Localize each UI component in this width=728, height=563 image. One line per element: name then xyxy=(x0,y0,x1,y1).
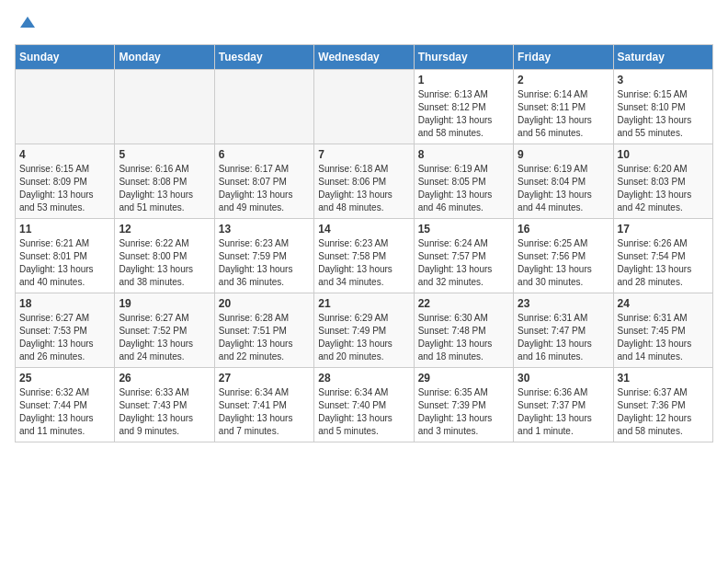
calendar-cell: 22Sunrise: 6:30 AM Sunset: 7:48 PM Dayli… xyxy=(414,293,513,368)
calendar-cell: 7Sunrise: 6:18 AM Sunset: 8:06 PM Daylig… xyxy=(314,144,414,219)
calendar-week-row: 4Sunrise: 6:15 AM Sunset: 8:09 PM Daylig… xyxy=(16,144,713,219)
day-info: Sunrise: 6:32 AM Sunset: 7:44 PM Dayligh… xyxy=(19,386,110,438)
calendar-cell: 1Sunrise: 6:13 AM Sunset: 8:12 PM Daylig… xyxy=(414,70,513,144)
calendar-header-row: SundayMondayTuesdayWednesdayThursdayFrid… xyxy=(16,45,713,70)
calendar-cell: 17Sunrise: 6:26 AM Sunset: 7:54 PM Dayli… xyxy=(613,219,712,293)
day-number: 6 xyxy=(219,148,310,161)
logo-icon xyxy=(18,15,37,33)
day-of-week-header: Saturday xyxy=(613,45,712,70)
calendar-cell: 18Sunrise: 6:27 AM Sunset: 7:53 PM Dayli… xyxy=(16,293,115,368)
calendar-cell: 9Sunrise: 6:19 AM Sunset: 8:04 PM Daylig… xyxy=(514,144,613,219)
calendar-cell: 28Sunrise: 6:34 AM Sunset: 7:40 PM Dayli… xyxy=(314,368,414,442)
calendar-cell: 29Sunrise: 6:35 AM Sunset: 7:39 PM Dayli… xyxy=(414,368,513,442)
calendar-cell: 4Sunrise: 6:15 AM Sunset: 8:09 PM Daylig… xyxy=(16,144,115,219)
calendar-cell: 5Sunrise: 6:16 AM Sunset: 8:08 PM Daylig… xyxy=(115,144,214,219)
calendar-cell: 21Sunrise: 6:29 AM Sunset: 7:49 PM Dayli… xyxy=(314,293,414,368)
day-number: 20 xyxy=(219,297,310,310)
calendar-cell: 31Sunrise: 6:37 AM Sunset: 7:36 PM Dayli… xyxy=(613,368,712,442)
day-info: Sunrise: 6:18 AM Sunset: 8:06 PM Dayligh… xyxy=(318,163,409,214)
day-number: 7 xyxy=(318,148,409,161)
day-info: Sunrise: 6:37 AM Sunset: 7:36 PM Dayligh… xyxy=(618,386,709,438)
day-number: 2 xyxy=(518,74,609,86)
day-number: 17 xyxy=(618,223,709,236)
day-number: 22 xyxy=(418,297,509,310)
day-number: 19 xyxy=(119,297,210,310)
day-info: Sunrise: 6:28 AM Sunset: 7:51 PM Dayligh… xyxy=(219,312,310,363)
day-number: 23 xyxy=(518,297,609,310)
calendar-table: SundayMondayTuesdayWednesdayThursdayFrid… xyxy=(15,44,713,442)
svg-marker-0 xyxy=(20,17,35,28)
day-number: 24 xyxy=(618,297,709,310)
day-number: 25 xyxy=(19,372,110,385)
day-info: Sunrise: 6:27 AM Sunset: 7:52 PM Dayligh… xyxy=(119,312,210,363)
calendar-cell: 26Sunrise: 6:33 AM Sunset: 7:43 PM Dayli… xyxy=(115,368,214,442)
day-info: Sunrise: 6:33 AM Sunset: 7:43 PM Dayligh… xyxy=(119,386,210,438)
day-number: 30 xyxy=(518,372,609,385)
day-info: Sunrise: 6:23 AM Sunset: 7:59 PM Dayligh… xyxy=(219,237,310,289)
day-number: 9 xyxy=(518,148,609,161)
day-info: Sunrise: 6:27 AM Sunset: 7:53 PM Dayligh… xyxy=(19,312,110,363)
day-info: Sunrise: 6:19 AM Sunset: 8:04 PM Dayligh… xyxy=(518,163,609,214)
calendar-cell: 27Sunrise: 6:34 AM Sunset: 7:41 PM Dayli… xyxy=(214,368,313,442)
day-info: Sunrise: 6:22 AM Sunset: 8:00 PM Dayligh… xyxy=(119,237,210,289)
calendar-cell xyxy=(214,70,313,144)
day-number: 13 xyxy=(219,223,310,236)
calendar-week-row: 11Sunrise: 6:21 AM Sunset: 8:01 PM Dayli… xyxy=(16,219,713,293)
calendar-week-row: 18Sunrise: 6:27 AM Sunset: 7:53 PM Dayli… xyxy=(16,293,713,368)
day-info: Sunrise: 6:35 AM Sunset: 7:39 PM Dayligh… xyxy=(418,386,509,438)
day-info: Sunrise: 6:31 AM Sunset: 7:47 PM Dayligh… xyxy=(518,312,609,363)
calendar-cell: 14Sunrise: 6:23 AM Sunset: 7:58 PM Dayli… xyxy=(314,219,414,293)
day-number: 14 xyxy=(318,223,409,236)
calendar-week-row: 1Sunrise: 6:13 AM Sunset: 8:12 PM Daylig… xyxy=(16,70,713,144)
day-number: 8 xyxy=(418,148,509,161)
day-info: Sunrise: 6:24 AM Sunset: 7:57 PM Dayligh… xyxy=(418,237,509,289)
calendar-cell xyxy=(16,70,115,144)
day-info: Sunrise: 6:13 AM Sunset: 8:12 PM Dayligh… xyxy=(418,88,509,140)
calendar-cell: 11Sunrise: 6:21 AM Sunset: 8:01 PM Dayli… xyxy=(16,219,115,293)
day-info: Sunrise: 6:25 AM Sunset: 7:56 PM Dayligh… xyxy=(518,237,609,289)
day-number: 18 xyxy=(19,297,110,310)
day-number: 12 xyxy=(119,223,210,236)
day-number: 3 xyxy=(618,74,709,86)
day-info: Sunrise: 6:20 AM Sunset: 8:03 PM Dayligh… xyxy=(618,163,709,214)
day-number: 1 xyxy=(418,74,509,86)
calendar-cell: 16Sunrise: 6:25 AM Sunset: 7:56 PM Dayli… xyxy=(514,219,613,293)
day-of-week-header: Tuesday xyxy=(214,45,313,70)
day-number: 29 xyxy=(418,372,509,385)
day-info: Sunrise: 6:16 AM Sunset: 8:08 PM Dayligh… xyxy=(119,163,210,214)
day-number: 10 xyxy=(618,148,709,161)
day-info: Sunrise: 6:17 AM Sunset: 8:07 PM Dayligh… xyxy=(219,163,310,214)
day-number: 5 xyxy=(119,148,210,161)
day-number: 31 xyxy=(618,372,709,385)
day-of-week-header: Sunday xyxy=(16,45,115,70)
day-number: 26 xyxy=(119,372,210,385)
calendar-cell: 2Sunrise: 6:14 AM Sunset: 8:11 PM Daylig… xyxy=(514,70,613,144)
calendar-cell: 30Sunrise: 6:36 AM Sunset: 7:37 PM Dayli… xyxy=(514,368,613,442)
day-number: 28 xyxy=(318,372,409,385)
day-of-week-header: Monday xyxy=(115,45,214,70)
calendar-cell: 6Sunrise: 6:17 AM Sunset: 8:07 PM Daylig… xyxy=(214,144,313,219)
calendar-cell: 24Sunrise: 6:31 AM Sunset: 7:45 PM Dayli… xyxy=(613,293,712,368)
day-info: Sunrise: 6:14 AM Sunset: 8:11 PM Dayligh… xyxy=(518,88,609,140)
day-of-week-header: Wednesday xyxy=(314,45,414,70)
day-info: Sunrise: 6:21 AM Sunset: 8:01 PM Dayligh… xyxy=(19,237,110,289)
day-number: 15 xyxy=(418,223,509,236)
calendar-cell: 19Sunrise: 6:27 AM Sunset: 7:52 PM Dayli… xyxy=(115,293,214,368)
calendar-cell xyxy=(115,70,214,144)
day-number: 16 xyxy=(518,223,609,236)
day-of-week-header: Thursday xyxy=(414,45,513,70)
logo xyxy=(15,15,37,33)
page-header xyxy=(15,15,713,33)
day-number: 21 xyxy=(318,297,409,310)
day-info: Sunrise: 6:36 AM Sunset: 7:37 PM Dayligh… xyxy=(518,386,609,438)
calendar-week-row: 25Sunrise: 6:32 AM Sunset: 7:44 PM Dayli… xyxy=(16,368,713,442)
day-info: Sunrise: 6:34 AM Sunset: 7:40 PM Dayligh… xyxy=(318,386,409,438)
day-info: Sunrise: 6:34 AM Sunset: 7:41 PM Dayligh… xyxy=(219,386,310,438)
calendar-cell xyxy=(314,70,414,144)
calendar-cell: 23Sunrise: 6:31 AM Sunset: 7:47 PM Dayli… xyxy=(514,293,613,368)
day-info: Sunrise: 6:31 AM Sunset: 7:45 PM Dayligh… xyxy=(618,312,709,363)
calendar-cell: 8Sunrise: 6:19 AM Sunset: 8:05 PM Daylig… xyxy=(414,144,513,219)
calendar-cell: 12Sunrise: 6:22 AM Sunset: 8:00 PM Dayli… xyxy=(115,219,214,293)
calendar-cell: 25Sunrise: 6:32 AM Sunset: 7:44 PM Dayli… xyxy=(16,368,115,442)
day-number: 11 xyxy=(19,223,110,236)
